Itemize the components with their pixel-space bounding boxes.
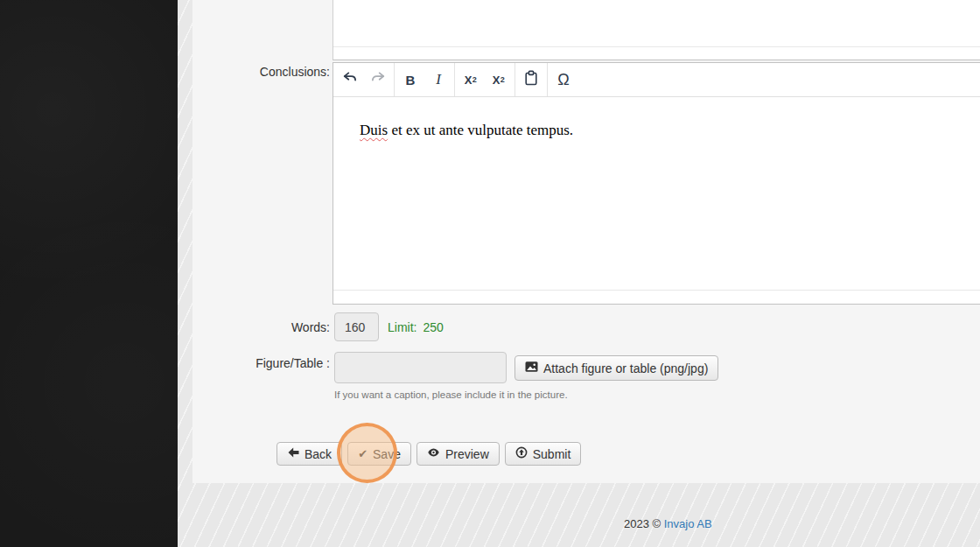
editor-toolbar: B I X2 X2 Ω [333, 63, 980, 97]
bold-button[interactable]: B [396, 66, 424, 94]
undo-icon [341, 69, 359, 90]
redo-button[interactable] [364, 66, 392, 94]
circle-arrow-up-icon [515, 446, 528, 461]
paste-button[interactable] [517, 66, 545, 94]
editor-text: et ex ut ante vulputate tempus. [388, 122, 573, 138]
submit-button[interactable]: Submit [505, 442, 582, 466]
action-buttons: Back ✔ Save Preview Submit [276, 442, 581, 466]
attach-figure-button[interactable]: Attach figure or table (png/jpg) [514, 355, 718, 381]
superscript-button[interactable]: X2 [485, 66, 513, 94]
words-count-input [334, 312, 379, 341]
invajo-link[interactable]: Invajo AB [664, 517, 712, 530]
limit-label: Limit: [388, 320, 416, 334]
footer: 2023 © Invajo AB [624, 517, 712, 530]
limit-indicator: Limit:250 [388, 320, 444, 334]
editor-text-misspelled: Duis [360, 122, 388, 138]
check-icon: ✔ [358, 448, 368, 459]
save-button[interactable]: ✔ Save [347, 442, 411, 466]
editor-status-bar [333, 290, 980, 304]
clipboard-icon [522, 69, 540, 90]
figure-filename-input [334, 352, 507, 383]
subscript-button[interactable]: X2 [457, 66, 485, 94]
redo-icon [369, 69, 387, 90]
conclusions-editor: B I X2 X2 Ω Duis et ex ut a [332, 62, 980, 305]
figure-helper-text: If you want a caption, please include it… [334, 389, 568, 400]
preview-button[interactable]: Preview [416, 442, 500, 466]
limit-value: 250 [423, 320, 443, 334]
form-panel: Conclusions: B I [192, 0, 980, 483]
figure-table-label: Figure/Table : [192, 356, 330, 370]
words-label: Words: [192, 320, 330, 334]
toolbar-separator [514, 63, 515, 96]
toolbar-separator [547, 63, 548, 96]
previous-field-editor-bottom[interactable] [332, 0, 980, 60]
back-button[interactable]: Back [276, 442, 342, 466]
outside-dark-area [0, 0, 178, 547]
editor-content-area[interactable]: Duis et ex ut ante vulputate tempus. [333, 97, 980, 290]
copyright-text: 2023 © [624, 517, 661, 530]
italic-button[interactable]: I [424, 66, 452, 94]
undo-button[interactable] [336, 66, 364, 94]
conclusions-label: Conclusions: [192, 65, 330, 79]
toolbar-separator [454, 63, 455, 96]
special-character-button[interactable]: Ω [550, 66, 578, 94]
toolbar-separator [394, 63, 395, 96]
arrow-left-icon [287, 446, 299, 461]
eye-icon [427, 446, 440, 461]
image-icon [525, 361, 538, 375]
previous-editor-status-bar [333, 46, 980, 60]
